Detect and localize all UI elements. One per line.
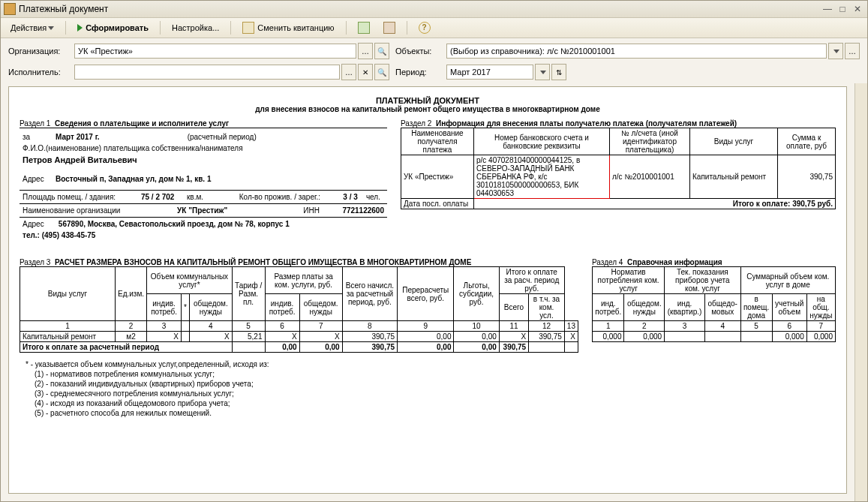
s4-r6: 0,000 [806,332,835,342]
s3-r12: X [564,332,578,342]
s2-r1: р/с 40702810400000044125, в СЕВЕРО-ЗАПАД… [474,155,610,199]
s1-period-note: (расчетный период) [186,132,386,142]
org-select-button[interactable]: … [358,43,373,59]
doc-header: ПЛАТЕЖНЫЙ ДОКУМЕНТ для внесения взносов … [20,96,836,113]
org-value: УК «Престиж» [78,47,133,56]
s3-r6: X [299,332,342,342]
s1-fio: Петров Андрей Витальевич [21,155,386,165]
s4-title: Справочная информация [627,258,722,266]
s4-r2 [665,332,705,342]
settings-button[interactable]: Настройка... [167,21,224,35]
actions-label: Действия [11,23,47,32]
maximize-button[interactable]: □ [836,4,849,14]
s3-n5: 5 [232,321,265,332]
s1-liv-unit: чел. [365,192,386,202]
s3-n10: 10 [454,321,499,332]
s1-inn-label: ИНН [258,206,321,215]
vertical-scrollbar[interactable] [854,83,867,501]
s3-h18: Итого к оплате за расч. период руб. [499,267,564,294]
s3-h12: Объем коммунальных услуг* [147,267,233,294]
fn2: (2) - показаний индивидуальных (квартирн… [35,380,836,388]
s4-h10: Норматив потребления ком. услуг [593,267,665,294]
toolbar-icon-1[interactable] [353,20,375,36]
generate-button[interactable]: Сформировать [72,21,154,35]
footnotes: * - указывается объем коммунальных услуг… [20,360,836,417]
period-dropdown-button[interactable] [535,64,550,80]
s3-h16: Перерасчеты всего, руб. [398,267,454,321]
s4-h20: инд. потреб. [593,294,624,321]
s4-h23: общедо-мовых [704,294,740,321]
s2-title: Информация для внесения платы получателю… [436,119,737,128]
s1-area-unit: кв.м. [185,192,209,202]
objects-field[interactable]: (Выбор из справочника): л/с №2010001001 [446,44,827,59]
s4-n4: 4 [704,321,740,332]
s3-n3: 3 [147,321,182,332]
s1-addr-label: Адрес [21,174,53,184]
period-value: Март 2017 [450,68,491,77]
receipt-icon [242,22,254,34]
s4-n6: 6 [772,321,806,332]
s3-r3: X [189,332,232,342]
objects-select-button[interactable]: … [845,43,860,59]
s1-org: УК "Престиж" [176,206,257,215]
s4-h26: на общ. нужды [806,294,835,321]
org-search-button[interactable]: 🔍 [374,43,389,59]
objects-label: Объекты: [395,47,440,56]
help-icon: ? [419,22,431,34]
exec-select-button[interactable]: … [341,64,356,80]
close-button[interactable]: ✕ [851,4,864,14]
s3-r7: 390,75 [342,332,397,342]
s3-h25: Всего [499,294,528,321]
s3-n4: 4 [189,321,232,332]
help-button[interactable]: ? [413,20,436,36]
exec-search-button[interactable]: 🔍 [374,64,389,80]
s3-n8: 8 [342,321,397,332]
s4-h25: учетный объем [772,294,806,321]
s4-h11: Тек. показания приборов учета ком. услуг [665,267,740,294]
fn5: (5) - расчетного способа для нежилых пом… [35,409,836,417]
s1-inn: 7721122600 [323,206,386,215]
s3-h10: Виды услуг [20,267,116,321]
org-field[interactable]: УК «Престиж» [74,44,356,59]
s3-r10: X [499,332,528,342]
fn3: (3) - среднемесячного потребления коммун… [35,389,836,398]
s3-n9: 9 [398,321,454,332]
toolbar-icon-2[interactable] [378,20,401,36]
s1-num: Раздел 1 [20,119,50,128]
app-icon [4,3,16,15]
s1-org-label: Наименование организации [21,206,174,215]
change-receipt-button[interactable]: Сменить квитанцию [237,20,339,36]
objects-value: (Выбор из справочника): л/с №2010001001 [450,47,615,56]
actions-menu[interactable]: Действия [5,21,59,35]
s3-h23: индив. потреб. [265,294,299,321]
objects-dropdown-button[interactable] [828,43,843,59]
s1-addr2-label: Адрес [21,219,56,229]
s2-h4: Сумма к оплате, руб [778,128,836,155]
s1-fio-label: Ф.И.О.(наименование) плательщика собстве… [21,143,386,153]
s3-r11: 390,75 [529,332,565,342]
titlebar: Платежный документ — □ ✕ [1,1,867,18]
s3-t1: 0,00 [299,342,342,353]
s3-h20: индив. потреб. [147,294,182,321]
s1-liv: 3 / 3 [341,192,363,202]
s3-r8: 0,00 [398,332,454,342]
s2-h1: Номер банковского счета и банковские рек… [474,128,610,155]
s3-t3: 0,00 [398,342,454,353]
s2-h2: № л/счета (иной идентификатор плательщик… [610,128,690,155]
minimize-button[interactable]: — [821,4,834,14]
s3-h26: в т.ч. за ком. усл. [529,294,565,321]
exec-field[interactable] [74,65,340,80]
s2-num: Раздел 2 [401,119,431,128]
fn4: (4) - исходя из показаний общедомового п… [35,399,836,407]
s1-addr2: 567890, Москва, Севастопольский проезд, … [57,219,386,229]
s3-n1: 1 [20,321,116,332]
chevron-down-icon [540,71,546,74]
s3-h11: Ед.изм. [116,267,147,321]
period-step-button[interactable]: ⇅ [551,64,566,80]
doc-subtitle: для внесения взносов на капитальный ремо… [20,105,836,113]
grid-icon [358,22,370,34]
s3-h13: Тариф / Разм. пл. [232,267,265,321]
exec-clear-button[interactable]: ✕ [358,64,373,80]
s3-t2: 390,75 [342,342,397,353]
period-field[interactable]: Март 2017 [446,65,533,80]
